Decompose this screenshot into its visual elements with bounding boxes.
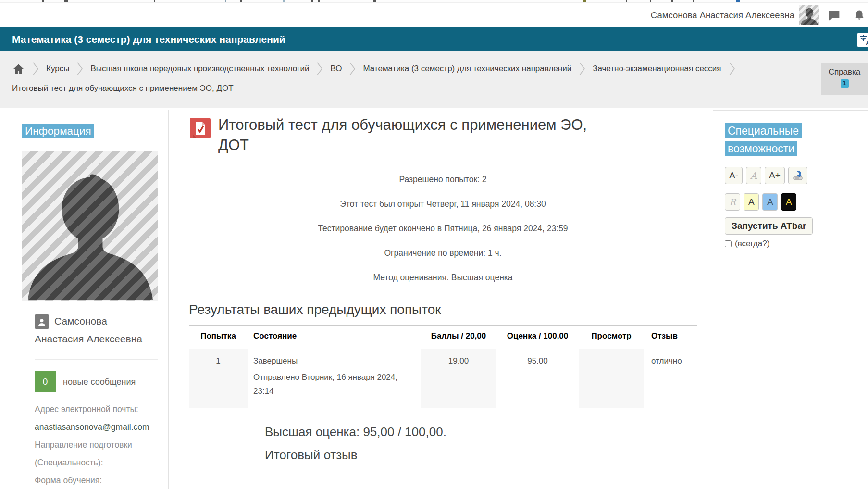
chevron-separator-icon (316, 61, 323, 76)
attempt-row: 1 Завершены Отправлено Вторник, 16 январ… (189, 349, 697, 408)
final-feedback-heading: Итоговый отзыв (265, 448, 697, 463)
email-label: Адрес электронной почты: (35, 401, 158, 418)
quiz-details: Разрешено попыток: 2 Этот тест был откры… (189, 175, 697, 283)
chevron-separator-icon (579, 61, 585, 76)
attempt-feedback-cell: отлично (644, 349, 697, 408)
column-header-marks: Баллы / 20,00 (421, 326, 496, 349)
attempts-allowed: Разрешено попыток: 2 (189, 175, 697, 185)
chevron-separator-icon (32, 61, 39, 76)
breadcrumb: Курсы Высшая школа передовых производств… (12, 61, 735, 76)
dark-scheme-button[interactable]: A (781, 193, 796, 211)
reset-scheme-button[interactable]: R (725, 193, 740, 211)
accessibility-panel-title: Специальные возможности (725, 123, 802, 156)
translate-icon[interactable]: A (857, 33, 868, 47)
attempts-table: Попытка Состояние Баллы / 20,00 Оценка /… (189, 325, 697, 408)
font-increase-button[interactable]: A+ (765, 167, 785, 184)
attempt-number-cell: 1 (189, 349, 248, 408)
attempt-state: Завершены (253, 356, 298, 365)
attempt-state-cell: Завершены Отправлено Вторник, 16 января … (248, 349, 421, 408)
browser-bookmarks-strip (0, 0, 868, 2)
column-header-feedback: Отзыв (644, 326, 697, 349)
quiz-closes: Тестирование будет окончено в Пятница, 2… (189, 224, 697, 234)
home-icon[interactable] (12, 63, 25, 75)
profile-name-text[interactable]: Самсонова Анастасия Алексеевна (35, 315, 142, 344)
notifications-bell-icon[interactable] (854, 8, 865, 23)
main-content: Итоговый тест для обучающихся с применен… (189, 115, 697, 463)
profile-details: Адрес электронной почты: anastiasansonov… (35, 401, 158, 489)
information-panel-title: Информация (22, 124, 94, 138)
speciality-label: Направление подготовки (Специальность): (35, 436, 158, 472)
column-header-attempt: Попытка (189, 326, 248, 349)
attempt-submitted: Отправлено Вторник, 16 января 2024, 23:1… (253, 370, 415, 398)
breadcrumb-current-page: Итоговый тест для обучающихся с применен… (12, 84, 234, 93)
chevron-separator-icon (76, 61, 83, 76)
study-form-label: Форма обучения: (35, 472, 158, 489)
email-value: anastiasansonova@gmail.com (35, 418, 158, 436)
quiz-opened: Этот тест был открыт Четверг, 11 января … (189, 199, 697, 209)
topbar-divider (847, 7, 847, 23)
results-heading: Результаты ваших предыдущих попыток (189, 302, 697, 317)
help-label[interactable]: Справка (821, 67, 868, 77)
atbar-always-row: (всегда?) (725, 239, 868, 249)
attempt-review-cell (579, 349, 644, 408)
best-grade-text: Высшая оценка: 95,00 / 100,00. (265, 425, 697, 439)
course-title: Математика (3 семестр) для технических н… (0, 27, 868, 51)
quiz-icon (190, 118, 211, 140)
attempt-grade-cell: 95,00 (496, 349, 579, 408)
save-settings-icon[interactable] (788, 167, 807, 184)
breadcrumb-item-courses[interactable]: Курсы (46, 64, 69, 74)
accessibility-panel: Специальные возможности A- A A+ R A A A … (713, 110, 868, 252)
course-header-bar: Математика (3 семестр) для технических н… (0, 27, 868, 51)
font-decrease-button[interactable]: A- (725, 167, 743, 184)
font-size-buttons: A- A A+ (725, 167, 868, 184)
breadcrumb-zone: Курсы Высшая школа передовых производств… (0, 51, 868, 108)
help-count-badge: 1 (841, 79, 849, 88)
attempts-table-header-row: Попытка Состояние Баллы / 20,00 Оценка /… (189, 326, 697, 349)
topbar-user-name[interactable]: Самсонова Анастасия Алексеевна (651, 10, 794, 21)
breadcrumb-item-session[interactable]: Зачетно-экзаменационная сессия (593, 64, 721, 74)
accessibility-title-wrap: Специальные возможности (725, 122, 823, 158)
new-messages-count-badge: 0 (35, 371, 56, 392)
messages-icon[interactable] (828, 9, 841, 22)
panel-divider (35, 359, 158, 360)
time-limit: Ограничение по времени: 1 ч. (189, 248, 697, 258)
atbar-always-label: (всегда?) (735, 239, 769, 249)
user-icon (35, 314, 49, 329)
topbar-avatar[interactable] (799, 5, 819, 25)
column-header-state: Состояние (248, 326, 421, 349)
information-panel: Информация Самсонова Анастасия Алексеевн… (10, 110, 169, 489)
breadcrumb-item-school[interactable]: Высшая школа передовых производственных … (90, 64, 309, 74)
color-scheme-buttons: R A A A (725, 193, 868, 211)
launch-atbar-button[interactable]: Запустить ATbar (725, 217, 813, 235)
help-box[interactable]: Справка 1 (821, 63, 868, 95)
font-default-button[interactable]: A (746, 167, 761, 184)
svg-text:A: A (866, 39, 868, 47)
quiz-title-row: Итоговый тест для обучающихся с применен… (189, 115, 697, 158)
attempt-marks-cell: 19,00 (421, 349, 496, 408)
quiz-title: Итоговый тест для обучающихся с применен… (218, 115, 603, 155)
profile-photo (22, 151, 158, 301)
column-header-grade: Оценка / 100,00 (496, 326, 579, 349)
new-messages-label[interactable]: новые сообщения (63, 377, 136, 387)
top-user-bar: Самсонова Анастасия Алексеевна (0, 3, 868, 27)
chevron-separator-icon (349, 61, 356, 76)
chevron-separator-icon (729, 61, 735, 76)
atbar-always-checkbox[interactable] (725, 240, 732, 247)
yellow-scheme-button[interactable]: A (744, 193, 759, 211)
blue-scheme-button[interactable]: A (762, 193, 778, 211)
breadcrumb-item-course[interactable]: Математика (3 семестр) для технических н… (363, 64, 571, 74)
column-header-review: Просмотр (579, 326, 644, 349)
grading-method: Метод оценивания: Высшая оценка (189, 273, 697, 283)
new-messages-row[interactable]: 0 новые сообщения (35, 371, 158, 392)
profile-name-link[interactable]: Самсонова Анастасия Алексеевна (35, 312, 158, 348)
breadcrumb-item-vo[interactable]: ВО (330, 64, 342, 74)
